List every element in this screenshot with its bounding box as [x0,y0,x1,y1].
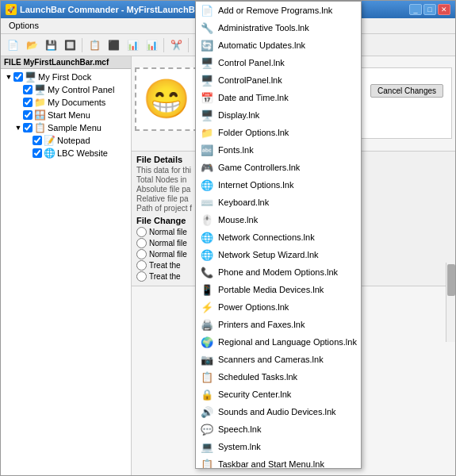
toolbar-save[interactable]: 💾 [42,36,59,54]
toolbar-open[interactable]: 📂 [23,36,40,54]
context-menu-item-26[interactable]: 📋Taskbar and Start Menu.lnk [196,455,361,469]
toolbar-4[interactable]: 🔲 [61,36,79,54]
context-menu-item-10[interactable]: 🌐Internet Options.lnk [196,176,361,194]
panel-header: FILE MyFirstLaunchBar.mcf [1,56,131,69]
context-menu-item-9[interactable]: 🎮Game Controllers.lnk [196,159,361,176]
context-menu-item-17[interactable]: ⚡Power Options.lnk [196,298,361,316]
context-menu-item-5[interactable]: 📅Date and Time.lnk [196,89,361,106]
minimize-button[interactable]: _ [409,4,422,15]
radio-normal-3[interactable] [136,249,147,259]
radio-treat-2[interactable] [136,271,147,282]
context-menu-label-19: Regional and Language Options.lnk [218,337,357,347]
context-menu-label-11: Keyboard.lnk [218,198,356,207]
context-menu-icon-19: 🌍 [201,336,213,348]
label-docs: My Documents [48,98,105,107]
context-menu-item-19[interactable]: 🌍Regional and Language Options.lnk [196,333,361,351]
context-menu-icon-25: 💻 [201,440,213,453]
label-lbc: LBC Website [57,148,108,158]
context-menu-item-20[interactable]: 📷Scanners and Cameras.lnk [196,351,361,368]
maximize-button[interactable]: □ [423,4,436,15]
label-notepad: Notepad [57,136,90,145]
icon-sample: 📋 [34,122,46,133]
context-menu-item-12[interactable]: 🖱️Mouse.lnk [196,211,361,228]
context-menu-icon-22: 🔒 [201,388,213,401]
context-menu-icon-10: 🌐 [201,178,213,191]
toolbar-new[interactable]: 📄 [4,36,21,54]
cancel-changes-button[interactable]: Cancel Changes [370,84,443,98]
right-scrollbar[interactable] [446,263,455,342]
check-sample[interactable] [23,123,33,132]
tree-item-notepad[interactable]: 📝 Notepad [2,134,129,147]
context-menu-item-4[interactable]: 🖥️ControlPanel.lnk [196,71,361,89]
check-root[interactable] [13,72,23,82]
context-menu-label-3: Control Panel.lnk [218,58,356,67]
toolbar-6[interactable]: ⬛ [105,36,122,54]
expand-root[interactable]: ▼ [4,73,13,81]
check-notepad[interactable] [33,136,42,145]
icon-root: 🖥️ [25,71,36,83]
context-menu-item-24[interactable]: 💬Speech.lnk [196,420,361,438]
tree-item-lbc[interactable]: 🌐 LBC Website [2,147,129,159]
toolbar-7[interactable]: 📊 [124,36,141,54]
toolbar-8[interactable]: 📊 [143,36,160,54]
check-ctrl[interactable] [23,85,33,94]
radio-normal-1[interactable] [136,227,147,237]
menu-options[interactable]: Options [4,20,44,32]
toolbar-sep-3 [188,38,189,52]
context-menu-item-6[interactable]: 🖥️Display.lnk [196,106,361,124]
context-menu-item-3[interactable]: 🖥️Control Panel.lnk [196,56,361,71]
emoji-char: 😁 [143,77,190,121]
radio-label-0: Normal file [149,228,187,236]
context-menu-item-23[interactable]: 🔊Sounds and Audio Devices.lnk [196,403,361,420]
radio-label-4: Treat the [149,272,181,281]
icon-docs: 📁 [34,97,46,108]
context-menu-label-14: Network Setup Wizard.lnk [218,250,356,259]
toolbar-sep-1 [82,38,82,52]
context-menu-item-22[interactable]: 🔒Security Center.lnk [196,386,361,403]
radio-label-1: Normal file [149,239,187,248]
check-docs[interactable] [23,98,33,107]
context-menu-item-8[interactable]: 🔤Fonts.lnk [196,141,361,159]
context-menu-label-9: Game Controllers.lnk [218,163,356,172]
main-window: 🚀 LaunchBar Commander - MyFirstLaunchBar… [0,0,456,476]
radio-label-3: Treat the [149,261,181,270]
context-menu-label-24: Speech.lnk [218,424,356,434]
tree-item-sample[interactable]: ▼ 📋 Sample Menu [2,121,129,134]
context-menu-item-21[interactable]: 📋Scheduled Tasks.lnk [196,368,361,386]
label-ctrl: My Control Panel [48,85,114,94]
expand-sample[interactable]: ▼ [13,124,23,132]
check-start[interactable] [23,110,33,120]
context-menu-item-7[interactable]: 📁Folder Options.lnk [196,124,361,141]
context-menu-icon-9: 🎮 [201,161,213,174]
close-button[interactable]: ✕ [438,4,450,15]
context-menu-label-20: Scanners and Cameras.lnk [218,355,356,364]
context-menu-label-6: Display.lnk [218,110,356,120]
radio-label-2: Normal file [149,250,187,259]
radio-treat-1[interactable] [136,260,147,271]
context-menu-icon-12: 🖱️ [201,213,213,226]
tree-item-ctrl[interactable]: 🖥️ My Control Panel [2,83,129,96]
context-menu-icon-26: 📋 [201,458,213,469]
toolbar-5[interactable]: 📋 [86,36,103,54]
tree-item-start[interactable]: 🪟 Start Menu [2,109,129,121]
context-menu-icon-7: 📁 [201,126,213,139]
context-menu-item-13[interactable]: 🌐Network Connections.lnk [196,228,361,246]
context-menu-item-15[interactable]: 📞Phone and Modem Options.lnk [196,263,361,281]
context-menu-icon-20: 📷 [201,353,213,366]
context-menu-icon-18: 🖨️ [201,318,213,331]
check-lbc[interactable] [33,148,42,158]
context-menu-item-25[interactable]: 💻System.lnk [196,438,361,455]
context-menu-label-12: Mouse.lnk [218,215,356,225]
icon-start: 🪟 [34,109,46,121]
tree-item-docs[interactable]: 📁 My Documents [2,96,129,109]
context-menu-item-18[interactable]: 🖨️Printers and Faxes.lnk [196,316,361,333]
context-menu-item-11[interactable]: ⌨️Keyboard.lnk [196,194,361,211]
toolbar-cut[interactable]: ✂️ [167,36,185,54]
label-root: My First Dock [38,72,91,82]
context-menu-label-5: Date and Time.lnk [218,93,356,102]
scroll-thumb[interactable] [447,264,455,296]
context-menu-item-14[interactable]: 🌐Network Setup Wizard.lnk [196,246,361,263]
tree-item-root[interactable]: ▼ 🖥️ My First Dock [2,71,129,83]
context-menu-item-16[interactable]: 📱Portable Media Devices.lnk [196,281,361,298]
radio-normal-2[interactable] [136,238,147,248]
